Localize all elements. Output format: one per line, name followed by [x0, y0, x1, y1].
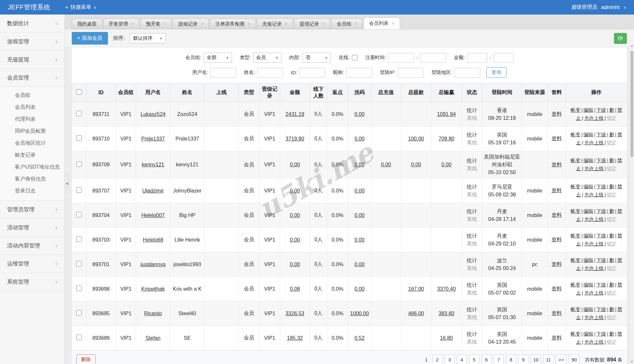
sidebar-subitem-客户USDT地址信息[interactable]: 客户USDT地址信息 — [0, 161, 64, 173]
sidebar-item-会员管理[interactable]: 会员管理∧ — [0, 69, 64, 87]
wash-link[interactable]: 1000.00 — [350, 311, 369, 316]
op-允许上线-link[interactable]: 允许上线 — [584, 140, 604, 145]
tab-预开奖[interactable]: 预开奖× — [140, 18, 172, 29]
group-select[interactable]: 全部 ∨ — [204, 53, 232, 63]
op-锁定-link[interactable]: 锁定 — [607, 192, 617, 197]
wash-link[interactable]: 0.00 — [354, 262, 365, 267]
username-link[interactable]: Pride1337 — [141, 136, 165, 141]
op-帐变-link[interactable]: 帐变 — [571, 307, 580, 312]
username-link[interactable]: Kriswithak — [141, 286, 165, 292]
sidebar-subitem-同IP会员检测[interactable]: 同IP会员检测 — [0, 125, 64, 137]
wash-link[interactable]: 0.00 — [354, 111, 365, 117]
op-下级-link[interactable]: 下级 — [597, 282, 606, 287]
profile-link[interactable]: 资料 — [552, 237, 562, 242]
user-menu[interactable]: 超级管理员 adminht ∨ — [571, 4, 626, 11]
op-允许上线-link[interactable]: 允许上线 — [584, 115, 604, 121]
op-允许上线-link[interactable]: 允许上线 — [584, 265, 604, 271]
op-删-link[interactable]: 删 — [609, 158, 614, 163]
profile-link[interactable]: 资料 — [552, 335, 562, 340]
op-锁定-link[interactable]: 锁定 — [607, 140, 617, 145]
page-button-11[interactable]: 11 — [543, 355, 554, 364]
sidebar-item-运维管理[interactable]: 运维管理∨ — [0, 255, 64, 273]
tab-会员列表[interactable]: 会员列表× — [364, 17, 400, 29]
row-checkbox[interactable] — [76, 135, 82, 141]
op-锁定-link[interactable]: 锁定 — [607, 290, 617, 296]
op-删-link[interactable]: 删 — [609, 107, 614, 113]
op-允许上线-link[interactable]: 允许上线 — [584, 339, 604, 345]
ip-input[interactable] — [398, 68, 424, 78]
page-button-9[interactable]: 9 — [518, 355, 528, 364]
amount-to-input[interactable] — [493, 53, 513, 63]
sidebar-item-数据统计[interactable]: 数据统计∨ — [0, 15, 64, 33]
sidebar-subitem-账变记录[interactable]: 账变记录 — [0, 149, 64, 161]
close-icon[interactable]: × — [248, 21, 250, 26]
total-winloss-link[interactable]: 3370.40 — [437, 286, 456, 292]
page-button-6[interactable]: 6 — [481, 355, 491, 364]
wash-link[interactable]: 0.00 — [354, 188, 365, 193]
op-允许上线-link[interactable]: 允许上线 — [584, 290, 604, 296]
page-button-7[interactable]: 7 — [494, 355, 504, 364]
profile-link[interactable]: 资料 — [552, 212, 562, 218]
add-member-button[interactable]: + 添加会员 — [72, 32, 108, 45]
status-stat-link[interactable]: 统计 — [463, 257, 481, 265]
tab-提现记录[interactable]: 提现记录× — [294, 18, 330, 29]
op-下级-link[interactable]: 下级 — [597, 184, 606, 189]
op-帐变-link[interactable]: 帐变 — [571, 132, 580, 137]
close-icon[interactable]: × — [201, 21, 203, 26]
username-link[interactable]: Stefan — [145, 335, 160, 341]
op-允许上线-link[interactable]: 允许上线 — [584, 192, 604, 197]
op-帐变-link[interactable]: 帐变 — [571, 158, 580, 163]
op-编辑-link[interactable]: 编辑 — [584, 233, 593, 238]
op-编辑-link[interactable]: 编辑 — [584, 208, 593, 214]
nick-input[interactable] — [346, 68, 372, 78]
op-锁定-link[interactable]: 锁定 — [607, 265, 617, 271]
op-允许上线-link[interactable]: 允许上线 — [584, 166, 604, 171]
row-checkbox[interactable] — [76, 286, 82, 291]
tab-我的桌面[interactable]: 我的桌面 — [72, 18, 102, 29]
id-input[interactable] — [299, 68, 325, 78]
op-编辑-link[interactable]: 编辑 — [584, 307, 593, 312]
amount-link[interactable]: 3326.53 — [286, 311, 304, 316]
op-帐变-link[interactable]: 帐变 — [571, 184, 580, 189]
username-link[interactable]: Uladzimir — [142, 188, 164, 193]
op-锁定-link[interactable]: 锁定 — [607, 166, 617, 171]
op-编辑-link[interactable]: 编辑 — [584, 184, 593, 189]
regtime-from-input[interactable] — [388, 53, 414, 63]
row-checkbox[interactable] — [76, 111, 82, 116]
tab-会员组[interactable]: 会员组× — [331, 18, 363, 29]
op-下级-link[interactable]: 下级 — [597, 307, 606, 312]
op-编辑-link[interactable]: 编辑 — [584, 282, 593, 287]
profile-link[interactable]: 资料 — [552, 162, 562, 167]
op-下级-link[interactable]: 下级 — [597, 208, 606, 214]
sidebar-item-活动管理[interactable]: 活动管理∨ — [0, 219, 64, 237]
page-button-2[interactable]: 2 — [432, 355, 442, 364]
total-winloss-link[interactable]: 383.60 — [439, 311, 454, 316]
op-删-link[interactable]: 删 — [609, 233, 614, 238]
row-checkbox[interactable] — [76, 261, 82, 266]
op-删-link[interactable]: 删 — [609, 257, 614, 263]
op-下级-link[interactable]: 下级 — [597, 233, 606, 238]
wash-link[interactable]: 0.52 — [354, 335, 365, 341]
amount-link[interactable]: 0.00 — [290, 213, 300, 218]
sidebar-subitem-会员组[interactable]: 会员组 — [0, 89, 64, 101]
total-deposit-link[interactable]: 0.00 — [381, 162, 391, 167]
username-input[interactable] — [210, 68, 236, 78]
sidebar-subitem-代理列表[interactable]: 代理列表 — [0, 113, 64, 125]
row-checkbox[interactable] — [76, 236, 82, 242]
sidebar-subitem-会员地区统计[interactable]: 会员地区统计 — [0, 137, 64, 149]
amount-link[interactable]: 0.00 — [290, 188, 300, 193]
refresh-button[interactable]: ⟳ — [614, 33, 627, 44]
select-all-checkbox[interactable] — [76, 89, 82, 95]
op-下级-link[interactable]: 下级 — [597, 331, 606, 337]
sort-select[interactable]: 默认排序 ∨ — [130, 33, 165, 43]
online-checkbox[interactable] — [352, 55, 357, 60]
status-stat-link[interactable]: 统计 — [463, 157, 481, 165]
op-编辑-link[interactable]: 编辑 — [584, 107, 593, 113]
sidebar-subitem-客户身份信息[interactable]: 客户身份信息 — [0, 173, 64, 185]
op-删-link[interactable]: 删 — [609, 331, 614, 337]
status-stat-link[interactable]: 统计 — [463, 208, 481, 215]
op-允许上线-link[interactable]: 允许上线 — [584, 315, 604, 320]
page-button-5[interactable]: 5 — [469, 355, 479, 364]
delete-button[interactable]: 删除 — [76, 354, 96, 364]
op-锁定-link[interactable]: 锁定 — [607, 115, 617, 121]
